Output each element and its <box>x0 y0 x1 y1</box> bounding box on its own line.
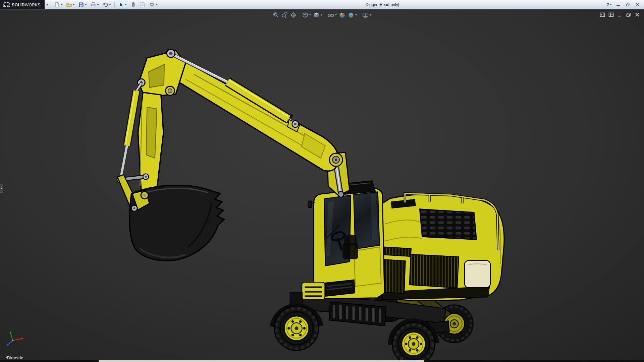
document-window-controls <box>599 11 641 18</box>
heads-up-toolbar <box>272 11 372 19</box>
boom-cylinder[interactable] <box>167 49 300 132</box>
undo-button[interactable] <box>101 1 112 8</box>
toolbar-separator <box>114 2 115 8</box>
restore-window-button[interactable] <box>624 1 632 8</box>
solidworks-window: SOLIDWORKS <box>0 0 644 362</box>
triad-z-axis[interactable] <box>6 341 13 346</box>
restore-icon <box>626 3 630 6</box>
cab[interactable] <box>308 181 384 299</box>
view-orientation-label: *Dimetric <box>5 355 23 360</box>
dropdown-arrow[interactable] <box>125 4 127 5</box>
status-strip <box>0 360 644 362</box>
zoom-to-fit-icon <box>273 12 279 18</box>
dropdown-arrow[interactable] <box>335 14 337 16</box>
edit-appearance-button[interactable] <box>338 11 346 19</box>
close-document-button[interactable] <box>634 11 641 18</box>
dropdown-arrow[interactable] <box>610 4 612 5</box>
boom[interactable] <box>176 62 343 171</box>
dropdown-arrow[interactable] <box>321 14 323 16</box>
view-settings-button[interactable] <box>362 11 372 19</box>
triad-y-axis[interactable] <box>10 331 13 341</box>
chevron-right-icon <box>47 3 48 6</box>
solidworks-logo: SOLIDWORKS <box>0 0 45 9</box>
new-document-button[interactable] <box>53 1 64 8</box>
options-button[interactable] <box>148 1 159 8</box>
collapse-featuremanager-button[interactable] <box>599 11 606 18</box>
collapse-pane-icon <box>599 12 605 18</box>
print-button[interactable] <box>89 1 100 8</box>
dropdown-arrow[interactable] <box>109 4 111 5</box>
apply-scene-button[interactable] <box>347 11 358 19</box>
rebuild-button[interactable] <box>129 1 138 8</box>
help-button[interactable]: ? <box>605 1 613 8</box>
dropdown-arrow[interactable] <box>61 4 63 5</box>
help-icon: ? <box>606 2 609 7</box>
view-orientation-button[interactable] <box>301 11 312 19</box>
save-button[interactable] <box>77 1 88 8</box>
close-window-button[interactable] <box>633 1 642 8</box>
open-folder-icon <box>66 2 72 8</box>
titlebar: SOLIDWORKS <box>0 0 644 9</box>
chevron-left-icon <box>1 187 2 190</box>
appearance-ball-icon <box>339 12 346 18</box>
wheel-near-front[interactable] <box>274 306 319 350</box>
triad-x-axis[interactable] <box>13 338 24 341</box>
scene-globe-icon <box>348 12 355 18</box>
glasses-icon <box>328 12 334 18</box>
zoom-to-area-button[interactable] <box>281 11 289 19</box>
window-title: Digger [Read-only] <box>366 0 399 9</box>
panel-collapse-arrow[interactable] <box>0 184 3 193</box>
rear-panel[interactable] <box>465 260 490 288</box>
options-gear-icon <box>149 2 155 8</box>
dropdown-arrow[interactable] <box>309 14 311 16</box>
zoom-to-fit-button[interactable] <box>272 11 280 19</box>
close-icon <box>636 3 640 7</box>
doc-close-icon <box>634 12 640 18</box>
taskbar-sliver <box>99 360 424 362</box>
new-document-icon <box>54 2 60 8</box>
file-properties-icon <box>140 2 146 8</box>
minimize-window-button[interactable] <box>614 1 623 8</box>
hide-show-items-button[interactable] <box>327 11 338 19</box>
open-button[interactable] <box>65 1 76 8</box>
display-style-icon <box>313 12 320 18</box>
view-settings-icon <box>362 12 369 18</box>
print-icon <box>90 2 96 8</box>
file-properties-button[interactable] <box>138 1 147 8</box>
section-view-icon <box>290 12 297 18</box>
section-view-button[interactable] <box>289 11 298 19</box>
minimize-icon <box>616 5 620 6</box>
toolbar-expand-chevron[interactable] <box>45 1 50 8</box>
dropdown-arrow[interactable] <box>73 4 75 5</box>
display-style-button[interactable] <box>313 11 323 19</box>
dropdown-arrow[interactable] <box>355 14 357 16</box>
dropdown-arrow[interactable] <box>85 4 87 5</box>
doc-restore-icon <box>626 12 632 18</box>
restore-document-button[interactable] <box>625 11 632 18</box>
display-pane-icon <box>608 12 614 18</box>
show-display-pane-button[interactable] <box>608 11 614 18</box>
wheel-near-rear[interactable] <box>392 322 435 362</box>
solidworks-logo-mark <box>3 2 10 8</box>
dropdown-arrow[interactable] <box>97 4 99 5</box>
dropdown-arrow[interactable] <box>156 4 158 5</box>
rebuild-traffic-light-icon <box>130 2 136 8</box>
dropdown-arrow[interactable] <box>370 14 372 16</box>
select-button[interactable] <box>117 1 128 8</box>
engine-hood-vents[interactable] <box>420 209 476 240</box>
doc-minimize-icon <box>617 12 623 18</box>
orientation-triad[interactable] <box>5 329 26 349</box>
window-controls: ? <box>605 1 644 8</box>
minimize-document-button[interactable] <box>616 11 623 18</box>
select-cursor-icon <box>118 2 124 8</box>
view-orientation-cube-icon <box>302 12 309 18</box>
zoom-to-area-icon <box>281 12 288 18</box>
logo-text-works: WORKS <box>25 3 41 7</box>
bucket[interactable] <box>129 185 224 261</box>
save-icon <box>78 2 84 8</box>
standard-toolbar <box>53 1 159 8</box>
undo-icon <box>102 2 108 8</box>
excavator-model[interactable] <box>0 9 644 362</box>
logo-text-solid: SOLID <box>12 3 25 7</box>
graphics-area[interactable]: *Dimetric <box>0 9 644 362</box>
